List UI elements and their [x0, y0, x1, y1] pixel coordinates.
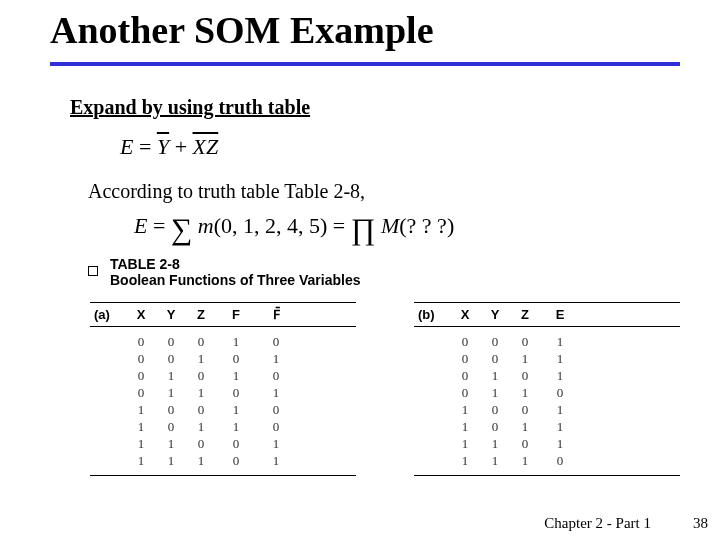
row-lead	[414, 418, 450, 435]
table-caption: TABLE 2-8 Boolean Functions of Three Var…	[110, 256, 361, 288]
cell: 0	[450, 384, 480, 401]
col-f: F	[216, 307, 256, 322]
equation-1: E = Y + XZ	[120, 134, 218, 160]
eq2-m: m	[198, 213, 214, 238]
table-row: 1101	[414, 435, 680, 452]
cell: 1	[186, 384, 216, 401]
table-b-header: (b) X Y Z E	[414, 302, 680, 327]
col-z: Z	[186, 307, 216, 322]
table-b: (b) X Y Z E 0001001101010110100110111101…	[414, 302, 680, 482]
table-a-body: 0001000101010100110110010101101100111101	[90, 327, 356, 482]
row-lead	[414, 384, 450, 401]
cell: 0	[256, 367, 296, 384]
eq2-lhs: E	[134, 213, 147, 238]
cell: 0	[510, 333, 540, 350]
cell: 0	[480, 350, 510, 367]
cell: 1	[450, 435, 480, 452]
row-lead	[414, 367, 450, 384]
table-row: 0001	[414, 333, 680, 350]
cell: 1	[540, 350, 580, 367]
row-lead	[414, 401, 450, 418]
sum-icon: ∑	[171, 212, 192, 245]
table-row: 0110	[414, 384, 680, 401]
cell: 0	[156, 333, 186, 350]
cell: 1	[186, 452, 216, 469]
cell: 0	[186, 401, 216, 418]
table-row: 0101	[414, 367, 680, 384]
row-lead	[90, 452, 126, 469]
eq2-eq1: =	[153, 213, 165, 238]
cell: 1	[480, 367, 510, 384]
cell: 1	[216, 333, 256, 350]
cell: 1	[156, 384, 186, 401]
cell: 1	[186, 350, 216, 367]
cell: 1	[540, 367, 580, 384]
cell: 1	[156, 367, 186, 384]
col-x: X	[450, 307, 480, 322]
cell: 0	[126, 333, 156, 350]
table-row: 01010	[90, 367, 356, 384]
row-lead	[90, 401, 126, 418]
slide-footer: Chapter 2 - Part 1 38	[0, 515, 708, 532]
cell: 1	[540, 435, 580, 452]
title-underline	[50, 62, 680, 66]
prod-icon: ∏	[351, 212, 376, 245]
cell: 0	[510, 435, 540, 452]
truth-tables: (a) X Y Z F F̄ 0001000101010100110110010…	[90, 302, 680, 482]
col-fbar: F̄	[256, 307, 296, 322]
col-y: Y	[156, 307, 186, 322]
eq2-M: M	[381, 213, 399, 238]
cell: 0	[126, 367, 156, 384]
cell: 0	[256, 418, 296, 435]
equation-2: E = ∑ m(0, 1, 2, 4, 5) = ∏ M(? ? ?)	[134, 212, 454, 246]
cell: 0	[216, 452, 256, 469]
cell: 1	[540, 333, 580, 350]
table-row: 01101	[90, 384, 356, 401]
cell: 1	[510, 350, 540, 367]
cell: 0	[186, 435, 216, 452]
table-a-label: (a)	[90, 307, 126, 322]
cell: 0	[156, 350, 186, 367]
cell: 0	[450, 333, 480, 350]
cell: 1	[216, 401, 256, 418]
cell: 1	[216, 367, 256, 384]
slide-title: Another SOM Example	[50, 8, 434, 52]
cell: 1	[450, 452, 480, 469]
cell: 1	[126, 418, 156, 435]
table-row: 10110	[90, 418, 356, 435]
eq1-equals: =	[139, 134, 151, 159]
cell: 0	[186, 367, 216, 384]
cell: 1	[256, 435, 296, 452]
cell: 1	[450, 401, 480, 418]
cell: 1	[480, 435, 510, 452]
cell: 0	[540, 384, 580, 401]
cell: 1	[156, 435, 186, 452]
row-lead	[90, 418, 126, 435]
table-b-label: (b)	[414, 307, 450, 322]
table-caption-line1: TABLE 2-8	[110, 256, 361, 272]
cell: 0	[156, 418, 186, 435]
cell: 0	[450, 367, 480, 384]
cell: 0	[480, 418, 510, 435]
eq1-plus: +	[175, 134, 187, 159]
row-lead	[414, 452, 450, 469]
cell: 0	[540, 452, 580, 469]
cell: 0	[126, 384, 156, 401]
bullet-square-icon	[88, 266, 98, 276]
table-row: 00101	[90, 350, 356, 367]
cell: 1	[126, 452, 156, 469]
cell: 0	[510, 401, 540, 418]
table-row: 1011	[414, 418, 680, 435]
row-lead	[90, 367, 126, 384]
eq1-lhs: E	[120, 134, 133, 159]
cell: 1	[126, 401, 156, 418]
table-a-header: (a) X Y Z F F̄	[90, 302, 356, 327]
cell: 0	[450, 350, 480, 367]
cell: 1	[510, 384, 540, 401]
table-row: 11001	[90, 435, 356, 452]
table-row: 1001	[414, 401, 680, 418]
row-lead	[414, 350, 450, 367]
body-line: According to truth table Table 2-8,	[88, 180, 365, 203]
eq2-eq2: =	[333, 213, 345, 238]
col-y: Y	[480, 307, 510, 322]
